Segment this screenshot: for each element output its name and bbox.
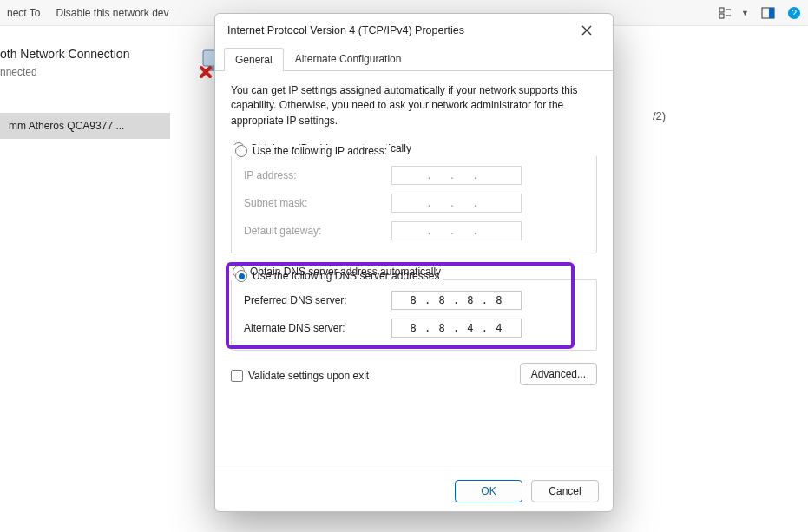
subnet-mask-label: Subnet mask: xyxy=(244,197,391,209)
checkbox-icon xyxy=(231,370,243,382)
toolbar-disable-device[interactable]: Disable this network dev xyxy=(56,7,168,19)
alternate-dns-row: Alternate DNS server: 8 . 8 . 4 . 4 xyxy=(244,319,584,338)
svg-rect-0 xyxy=(719,8,724,12)
checkbox-label: Validate settings upon exit xyxy=(248,370,369,382)
validate-advanced-row: Validate settings upon exit Advanced... xyxy=(231,363,597,385)
advanced-button[interactable]: Advanced... xyxy=(520,363,597,385)
alternate-dns-label: Alternate DNS server: xyxy=(244,322,391,334)
radio-use-following-dns[interactable]: Use the following DNS server addresses xyxy=(232,270,443,282)
ip-address-input: . . . xyxy=(391,166,522,185)
dns-section: Obtain DNS server address automatically … xyxy=(231,266,597,351)
subnet-mask-row: Subnet mask: . . . xyxy=(244,194,584,213)
ipv4-properties-dialog: Internet Protocol Version 4 (TCP/IPv4) P… xyxy=(214,13,614,512)
default-gateway-row: Default gateway: . . . xyxy=(244,221,584,240)
alternate-dns-input[interactable]: 8 . 8 . 4 . 4 xyxy=(391,319,522,338)
chevron-down-icon[interactable]: ▼ xyxy=(741,9,749,17)
ip-address-section: Obtain an IP address automatically Use t… xyxy=(231,142,597,253)
subnet-mask-input: . . . xyxy=(391,194,522,213)
background-text-fragment: /2) xyxy=(653,109,666,122)
dialog-titlebar: Internet Protocol Version 4 (TCP/IPv4) P… xyxy=(215,14,613,47)
svg-rect-1 xyxy=(719,14,724,18)
view-options-icon[interactable] xyxy=(719,6,732,20)
tab-general[interactable]: General xyxy=(224,48,284,71)
intro-text: You can get IP settings assigned automat… xyxy=(231,83,597,128)
radio-use-following-ip[interactable]: Use the following IP address: xyxy=(232,145,391,157)
dialog-tabstrip: General Alternate Configuration xyxy=(215,47,613,71)
network-item-title: oth Network Connection xyxy=(0,47,182,61)
validate-settings-checkbox[interactable]: Validate settings upon exit xyxy=(231,370,369,382)
preferred-dns-input[interactable]: 8 . 8 . 8 . 8 xyxy=(391,291,522,310)
preferred-dns-row: Preferred DNS server: 8 . 8 . 8 . 8 xyxy=(244,291,584,310)
ip-address-row: IP address: . . . xyxy=(244,166,584,185)
dialog-footer: OK Cancel xyxy=(215,470,613,511)
radio-icon xyxy=(235,270,247,282)
default-gateway-input: . . . xyxy=(391,221,522,240)
tab-alternate-configuration[interactable]: Alternate Configuration xyxy=(284,47,413,70)
network-item-selected[interactable]: mm Atheros QCA9377 ... xyxy=(0,113,170,139)
dialog-title: Internet Protocol Version 4 (TCP/IPv4) P… xyxy=(227,24,464,36)
dialog-body: You can get IP settings assigned automat… xyxy=(215,71,613,470)
radio-label: Use the following DNS server addresses xyxy=(253,270,439,282)
toolbar-connect-to[interactable]: nect To xyxy=(7,7,40,19)
network-item-status: nnected xyxy=(0,66,182,78)
default-gateway-label: Default gateway: xyxy=(244,225,391,237)
ok-button[interactable]: OK xyxy=(455,480,522,502)
preview-pane-icon[interactable] xyxy=(761,6,775,20)
svg-text:?: ? xyxy=(792,7,797,17)
radio-icon xyxy=(235,145,247,157)
close-button[interactable] xyxy=(569,17,604,43)
cancel-button[interactable]: Cancel xyxy=(531,480,599,502)
preferred-dns-label: Preferred DNS server: xyxy=(244,294,391,306)
help-icon[interactable]: ? xyxy=(787,6,801,20)
close-icon xyxy=(581,25,592,36)
ip-address-label: IP address: xyxy=(244,169,391,181)
radio-label: Use the following IP address: xyxy=(253,145,387,157)
svg-rect-5 xyxy=(769,8,774,18)
